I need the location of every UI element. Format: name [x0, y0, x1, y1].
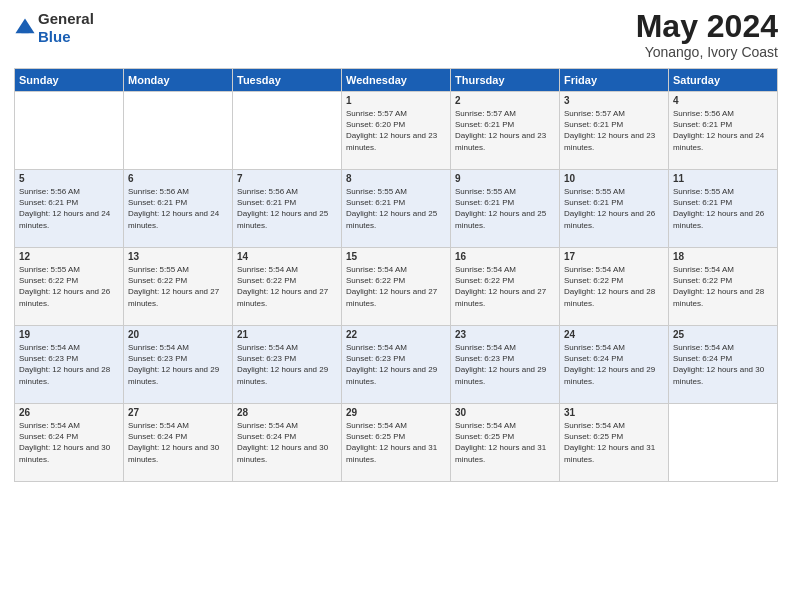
day-info: Sunrise: 5:56 AMSunset: 6:21 PMDaylight:… [19, 186, 119, 231]
calendar-cell: 18Sunrise: 5:54 AMSunset: 6:22 PMDayligh… [669, 248, 778, 326]
day-info: Sunrise: 5:57 AMSunset: 6:21 PMDaylight:… [455, 108, 555, 153]
day-number: 9 [455, 173, 555, 184]
calendar-week-row: 5Sunrise: 5:56 AMSunset: 6:21 PMDaylight… [15, 170, 778, 248]
calendar-cell: 15Sunrise: 5:54 AMSunset: 6:22 PMDayligh… [342, 248, 451, 326]
calendar-cell: 22Sunrise: 5:54 AMSunset: 6:23 PMDayligh… [342, 326, 451, 404]
day-number: 26 [19, 407, 119, 418]
col-thursday: Thursday [451, 69, 560, 92]
calendar-cell: 10Sunrise: 5:55 AMSunset: 6:21 PMDayligh… [560, 170, 669, 248]
calendar-cell: 12Sunrise: 5:55 AMSunset: 6:22 PMDayligh… [15, 248, 124, 326]
calendar-cell: 16Sunrise: 5:54 AMSunset: 6:22 PMDayligh… [451, 248, 560, 326]
day-number: 21 [237, 329, 337, 340]
calendar-cell: 11Sunrise: 5:55 AMSunset: 6:21 PMDayligh… [669, 170, 778, 248]
day-info: Sunrise: 5:54 AMSunset: 6:23 PMDaylight:… [128, 342, 228, 387]
day-info: Sunrise: 5:54 AMSunset: 6:25 PMDaylight:… [564, 420, 664, 465]
day-number: 3 [564, 95, 664, 106]
svg-rect-1 [21, 27, 28, 33]
calendar-cell: 8Sunrise: 5:55 AMSunset: 6:21 PMDaylight… [342, 170, 451, 248]
calendar-subtitle: Yonango, Ivory Coast [636, 44, 778, 60]
calendar-cell: 20Sunrise: 5:54 AMSunset: 6:23 PMDayligh… [124, 326, 233, 404]
day-info: Sunrise: 5:55 AMSunset: 6:22 PMDaylight:… [128, 264, 228, 309]
day-info: Sunrise: 5:54 AMSunset: 6:23 PMDaylight:… [455, 342, 555, 387]
calendar-cell: 1Sunrise: 5:57 AMSunset: 6:20 PMDaylight… [342, 92, 451, 170]
col-saturday: Saturday [669, 69, 778, 92]
calendar-week-row: 19Sunrise: 5:54 AMSunset: 6:23 PMDayligh… [15, 326, 778, 404]
day-info: Sunrise: 5:55 AMSunset: 6:21 PMDaylight:… [673, 186, 773, 231]
day-info: Sunrise: 5:54 AMSunset: 6:23 PMDaylight:… [346, 342, 446, 387]
day-info: Sunrise: 5:54 AMSunset: 6:22 PMDaylight:… [346, 264, 446, 309]
day-number: 10 [564, 173, 664, 184]
day-number: 15 [346, 251, 446, 262]
day-number: 4 [673, 95, 773, 106]
day-info: Sunrise: 5:54 AMSunset: 6:23 PMDaylight:… [19, 342, 119, 387]
day-number: 1 [346, 95, 446, 106]
calendar-cell: 19Sunrise: 5:54 AMSunset: 6:23 PMDayligh… [15, 326, 124, 404]
calendar-cell: 28Sunrise: 5:54 AMSunset: 6:24 PMDayligh… [233, 404, 342, 482]
col-sunday: Sunday [15, 69, 124, 92]
day-number: 8 [346, 173, 446, 184]
day-info: Sunrise: 5:54 AMSunset: 6:24 PMDaylight:… [237, 420, 337, 465]
col-wednesday: Wednesday [342, 69, 451, 92]
day-number: 18 [673, 251, 773, 262]
day-number: 17 [564, 251, 664, 262]
day-info: Sunrise: 5:54 AMSunset: 6:23 PMDaylight:… [237, 342, 337, 387]
logo-general: General [38, 10, 94, 27]
day-info: Sunrise: 5:54 AMSunset: 6:24 PMDaylight:… [564, 342, 664, 387]
day-number: 2 [455, 95, 555, 106]
day-info: Sunrise: 5:56 AMSunset: 6:21 PMDaylight:… [128, 186, 228, 231]
calendar-cell: 9Sunrise: 5:55 AMSunset: 6:21 PMDaylight… [451, 170, 560, 248]
logo: General Blue [14, 10, 94, 46]
day-number: 12 [19, 251, 119, 262]
day-info: Sunrise: 5:55 AMSunset: 6:22 PMDaylight:… [19, 264, 119, 309]
day-number: 28 [237, 407, 337, 418]
day-number: 16 [455, 251, 555, 262]
calendar-cell: 23Sunrise: 5:54 AMSunset: 6:23 PMDayligh… [451, 326, 560, 404]
calendar-cell: 7Sunrise: 5:56 AMSunset: 6:21 PMDaylight… [233, 170, 342, 248]
day-info: Sunrise: 5:55 AMSunset: 6:21 PMDaylight:… [564, 186, 664, 231]
calendar-cell: 2Sunrise: 5:57 AMSunset: 6:21 PMDaylight… [451, 92, 560, 170]
day-info: Sunrise: 5:54 AMSunset: 6:24 PMDaylight:… [673, 342, 773, 387]
calendar-week-row: 26Sunrise: 5:54 AMSunset: 6:24 PMDayligh… [15, 404, 778, 482]
day-info: Sunrise: 5:54 AMSunset: 6:24 PMDaylight:… [128, 420, 228, 465]
calendar-cell: 4Sunrise: 5:56 AMSunset: 6:21 PMDaylight… [669, 92, 778, 170]
day-number: 13 [128, 251, 228, 262]
col-monday: Monday [124, 69, 233, 92]
calendar-cell [233, 92, 342, 170]
day-number: 23 [455, 329, 555, 340]
calendar-cell: 30Sunrise: 5:54 AMSunset: 6:25 PMDayligh… [451, 404, 560, 482]
weekday-header-row: Sunday Monday Tuesday Wednesday Thursday… [15, 69, 778, 92]
day-info: Sunrise: 5:55 AMSunset: 6:21 PMDaylight:… [455, 186, 555, 231]
header: General Blue May 2024 Yonango, Ivory Coa… [14, 10, 778, 60]
day-info: Sunrise: 5:54 AMSunset: 6:22 PMDaylight:… [673, 264, 773, 309]
calendar-cell: 29Sunrise: 5:54 AMSunset: 6:25 PMDayligh… [342, 404, 451, 482]
day-number: 25 [673, 329, 773, 340]
calendar-week-row: 1Sunrise: 5:57 AMSunset: 6:20 PMDaylight… [15, 92, 778, 170]
logo-blue: Blue [38, 28, 71, 45]
day-info: Sunrise: 5:54 AMSunset: 6:25 PMDaylight:… [346, 420, 446, 465]
day-info: Sunrise: 5:54 AMSunset: 6:22 PMDaylight:… [237, 264, 337, 309]
day-info: Sunrise: 5:54 AMSunset: 6:22 PMDaylight:… [564, 264, 664, 309]
day-number: 5 [19, 173, 119, 184]
calendar-cell: 14Sunrise: 5:54 AMSunset: 6:22 PMDayligh… [233, 248, 342, 326]
day-info: Sunrise: 5:57 AMSunset: 6:21 PMDaylight:… [564, 108, 664, 153]
calendar-cell: 25Sunrise: 5:54 AMSunset: 6:24 PMDayligh… [669, 326, 778, 404]
calendar-cell: 17Sunrise: 5:54 AMSunset: 6:22 PMDayligh… [560, 248, 669, 326]
calendar-cell: 6Sunrise: 5:56 AMSunset: 6:21 PMDaylight… [124, 170, 233, 248]
calendar-cell [669, 404, 778, 482]
day-number: 24 [564, 329, 664, 340]
day-info: Sunrise: 5:56 AMSunset: 6:21 PMDaylight:… [237, 186, 337, 231]
day-number: 22 [346, 329, 446, 340]
day-number: 11 [673, 173, 773, 184]
col-tuesday: Tuesday [233, 69, 342, 92]
calendar-table: Sunday Monday Tuesday Wednesday Thursday… [14, 68, 778, 482]
day-number: 30 [455, 407, 555, 418]
calendar-cell: 21Sunrise: 5:54 AMSunset: 6:23 PMDayligh… [233, 326, 342, 404]
calendar-week-row: 12Sunrise: 5:55 AMSunset: 6:22 PMDayligh… [15, 248, 778, 326]
calendar-cell [15, 92, 124, 170]
day-number: 14 [237, 251, 337, 262]
day-number: 29 [346, 407, 446, 418]
page: General Blue May 2024 Yonango, Ivory Coa… [0, 0, 792, 612]
calendar-cell: 5Sunrise: 5:56 AMSunset: 6:21 PMDaylight… [15, 170, 124, 248]
day-info: Sunrise: 5:54 AMSunset: 6:25 PMDaylight:… [455, 420, 555, 465]
col-friday: Friday [560, 69, 669, 92]
